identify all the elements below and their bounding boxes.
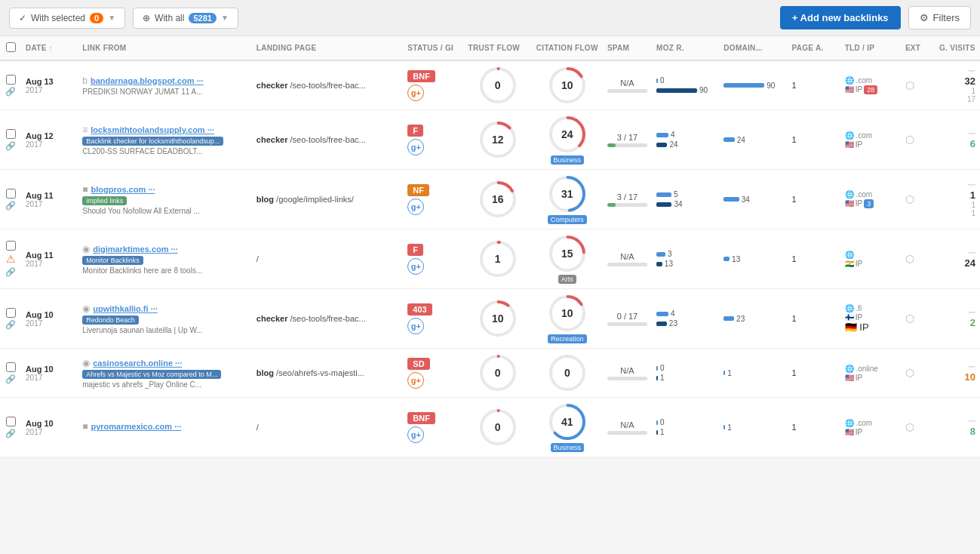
citation-cell: 41 Business [532,398,603,457]
status-badge: BNF [407,70,435,82]
ext-icon: ⬡ [905,79,914,91]
ip-label: IP [856,428,862,436]
ext-icon: ⬡ [905,134,914,146]
ip-label: IP [856,313,862,322]
with-all-button[interactable]: ⊕ With all 5281 ▼ [133,8,238,29]
link-domain[interactable]: casinosearch.online ··· [93,359,182,368]
filter-button[interactable]: ⚙ Filters [908,6,971,29]
moz-bar-num2: 13 [665,260,680,268]
tld-cell: 🌐 .com 🇺🇸 IP [840,398,901,457]
row-checkbox[interactable] [6,241,16,251]
moz-cell: 4 24 [652,110,719,170]
date-cell: Aug 12 2017 [21,110,78,170]
favicon-icon: b [82,75,88,86]
ip-row: 🇺🇸 IP [845,428,862,436]
status-badge: BNF [407,412,435,424]
col-header-moz[interactable]: MOZ R. [652,36,719,60]
citation-gauge: 15 [548,234,587,273]
col-header-visits[interactable]: G. VISITS [935,36,980,60]
landing-path: blog /google/implied-links/ [257,195,354,204]
col-header-status[interactable]: STATUS / GI [403,36,463,60]
col-header-domain[interactable]: DOMAIN... [719,36,787,60]
moz-bar-num2: 90 [699,86,714,94]
link-snippet: PREDIKSI NORWAY JUMAT 11 A... [82,88,247,96]
ip-row: 🇺🇸 IP 3 [845,199,874,208]
domain-bar-seg [723,197,739,202]
citation-value: 41 [561,416,573,428]
with-all-label: With all [155,13,184,23]
row-checkbox[interactable] [6,129,16,139]
moz-bar-seg2 [656,376,658,380]
ext-cell: ⬡ [901,398,935,457]
citation-label: Business [551,155,585,165]
add-backlinks-button[interactable]: + Add new backlinks [780,6,901,29]
col-header-link[interactable]: LINK FROM [78,36,252,60]
domain-bar-row: 1 [723,423,782,432]
tld-cell: 🌐 .com 🇺🇸 IP 28 [840,60,901,110]
status-badge: SD [407,358,429,370]
col-header-ext[interactable]: EXT [901,36,935,60]
domain-num: 1 [727,423,742,432]
link-tag: Redondo Beach [82,315,139,325]
page-a-value: 1 [792,314,797,323]
year-value: 2017 [26,428,73,436]
row-checkbox-cell: 🔗 [0,398,21,457]
col-header-tld[interactable]: TLD / IP [840,36,901,60]
sparkline-icon: 〰 [968,67,975,75]
link-domain[interactable]: bandarnaga.blogspot.com ··· [91,76,204,85]
domain-num: 34 [742,195,757,204]
moz-bar-num2: 23 [669,319,684,328]
tld-cell: 🌐 🇮🇳 IP [840,229,901,289]
col-header-landing[interactable]: LANDING PAGE [252,36,404,60]
ip-label: IP [856,85,862,94]
link-domain[interactable]: locksmithtoolandsupply.com ··· [91,125,214,134]
domain-cell: 34 [719,170,787,229]
flag1-icon: 🇮🇳 [845,260,854,268]
gi-icon: g+ [407,372,424,389]
moz-bar-seg2 [656,143,667,147]
ext-cell: ⬡ [901,349,935,398]
sparkline-icon: 〰 [968,363,975,371]
col-header-citation[interactable]: CITATION FLOW [532,36,603,60]
select-all-checkbox[interactable] [6,42,16,52]
col-header-page[interactable]: PAGE A. [788,36,840,60]
row-checkbox[interactable] [6,308,16,318]
row-checkbox[interactable] [6,189,16,199]
col-header-trust[interactable]: TRUST FLOW [464,36,532,60]
favicon-icon: ■ [82,184,88,195]
link-domain[interactable]: pyromarmexico.com ··· [91,422,182,431]
moz-bar-seg1 [656,420,658,425]
flag1-icon: 🇺🇸 [845,199,854,208]
ip-badge: 3 [864,199,874,208]
date-value: Aug 10 [26,310,73,319]
page-a-cell: 1 [788,398,840,457]
citation-value: 15 [561,248,573,260]
link-domain[interactable]: digimarktimes.com ··· [93,245,177,254]
col-header-spam[interactable]: SPAM [603,36,652,60]
trust-cell: 1 [464,229,532,289]
citation-cell: 10 [532,60,603,110]
moz-bar-seg1 [656,192,671,197]
ext-icon: ⬡ [905,421,914,433]
gi-icon: g+ [407,139,424,155]
link-domain[interactable]: upwithkallio.fi ··· [93,304,158,313]
moz-bar-row2: 24 [656,140,714,149]
ip-row: 🇺🇸 IP [845,140,862,149]
trust-gauge: 0 [478,408,518,447]
tld-value: 🌐 .fi [845,304,896,312]
link-domain[interactable]: blogpros.com ··· [91,185,155,194]
row-checkbox[interactable] [6,362,16,372]
moz-bar-num1: 0 [660,76,675,85]
col-header-date[interactable]: DATE ↑ [21,36,78,60]
with-selected-button[interactable]: ✓ With selected 0 ▼ [9,8,125,29]
link-cell: ◉ casinosearch.online ··· Ahrefs vs Maje… [78,349,252,398]
ip-label: IP [856,260,862,268]
landing-cell: / [252,398,404,457]
date-cell: Aug 10 2017 [21,349,78,398]
visits-value: 8 [970,426,975,437]
row-checkbox[interactable] [6,75,16,85]
moz-bar-row1: 3 [656,250,714,258]
toolbar: ✓ With selected 0 ▼ ⊕ With all 5281 ▼ + … [0,0,980,36]
row-checkbox[interactable] [6,417,16,426]
page-a-value: 1 [792,81,797,90]
